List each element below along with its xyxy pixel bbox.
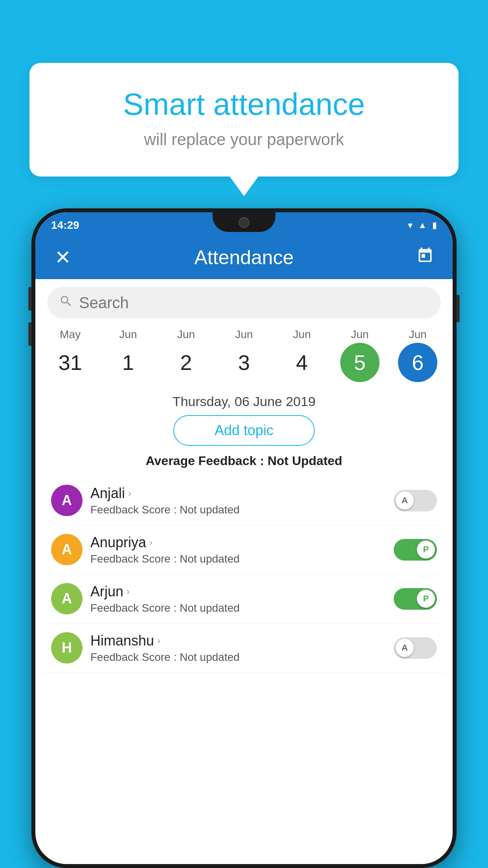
- student-info-arjun: Arjun › Feedback Score : Not updated: [83, 583, 394, 614]
- student-item-himanshu[interactable]: H Himanshu › Feedback Score : Not update…: [43, 623, 445, 673]
- cal-date-5[interactable]: 5: [340, 343, 380, 382]
- toggle-arjun[interactable]: P: [394, 588, 437, 610]
- toggle-knob-anjali: A: [396, 491, 414, 509]
- avg-feedback-value: Not Updated: [268, 454, 342, 468]
- cal-date-2[interactable]: 2: [167, 343, 206, 382]
- status-time: 14:29: [51, 219, 79, 232]
- battery-icon: ▮: [432, 220, 437, 230]
- student-feedback-anjali: Feedback Score : Not updated: [90, 504, 386, 516]
- toggle-knob-himanshu: A: [396, 639, 414, 657]
- cal-date-6[interactable]: 6: [398, 343, 437, 382]
- student-item-arjun[interactable]: A Arjun › Feedback Score : Not updated P: [43, 574, 445, 623]
- toggle-anjali[interactable]: A: [394, 490, 437, 511]
- student-info-anupriya: Anupriya › Feedback Score : Not updated: [83, 534, 394, 565]
- student-info-himanshu: Himanshu › Feedback Score : Not updated: [83, 633, 394, 664]
- cal-date-3[interactable]: 3: [224, 343, 264, 382]
- cal-date-1[interactable]: 1: [108, 343, 148, 382]
- app-title: Attendance: [75, 246, 413, 269]
- student-name-anjali: Anjali ›: [90, 485, 386, 502]
- bubble-subtitle: will replace your paperwork: [49, 130, 439, 149]
- add-topic-button[interactable]: Add topic: [173, 415, 315, 446]
- app-bar: ✕ Attendance: [35, 236, 453, 279]
- cal-month-0: May: [47, 328, 94, 341]
- cal-date-31[interactable]: 31: [51, 343, 90, 382]
- power-button: [457, 295, 460, 322]
- toggle-anupriya[interactable]: P: [394, 539, 437, 561]
- student-name-himanshu: Himanshu ›: [90, 633, 386, 649]
- toggle-switch-himanshu[interactable]: A: [394, 637, 437, 659]
- avg-feedback-label: Average Feedback :: [146, 454, 268, 468]
- chevron-icon: ›: [128, 488, 131, 499]
- student-feedback-arjun: Feedback Score : Not updated: [90, 602, 386, 614]
- chevron-icon: ›: [127, 586, 130, 597]
- student-list: A Anjali › Feedback Score : Not updated …: [35, 476, 453, 673]
- signal-icon: ▲: [418, 220, 427, 230]
- cal-month-3: Jun: [220, 328, 268, 341]
- background: Smart attendance will replace your paper…: [0, 0, 488, 868]
- toggle-switch-anjali[interactable]: A: [394, 490, 437, 511]
- cal-date-4[interactable]: 4: [282, 343, 321, 382]
- avg-feedback: Average Feedback : Not Updated: [35, 454, 453, 468]
- student-item-anjali[interactable]: A Anjali › Feedback Score : Not updated …: [43, 476, 445, 525]
- close-button[interactable]: ✕: [51, 246, 75, 269]
- student-info-anjali: Anjali › Feedback Score : Not updated: [83, 485, 394, 516]
- student-feedback-himanshu: Feedback Score : Not updated: [90, 651, 386, 664]
- search-icon: [59, 294, 73, 312]
- calendar-months: May Jun Jun Jun Jun Jun Jun: [35, 326, 453, 341]
- speech-bubble: Smart attendance will replace your paper…: [29, 63, 459, 177]
- phone-screen: 14:29 ▾ ▲ ▮ ✕ Attendance: [35, 212, 453, 864]
- toggle-knob-anupriya: P: [417, 541, 435, 559]
- cal-month-4: Jun: [278, 328, 325, 341]
- toggle-himanshu[interactable]: A: [394, 637, 437, 659]
- avatar-arjun: A: [51, 583, 83, 614]
- search-input[interactable]: [79, 294, 429, 312]
- toggle-switch-anupriya[interactable]: P: [394, 539, 437, 561]
- student-name-anupriya: Anupriya ›: [90, 534, 386, 551]
- selected-date-label: Thursday, 06 June 2019: [35, 394, 453, 409]
- student-name-arjun: Arjun ›: [90, 583, 386, 600]
- calendar-dates: 31 1 2 3 4 5 6: [35, 341, 453, 386]
- cal-month-6: Jun: [394, 328, 441, 341]
- search-bar[interactable]: [47, 287, 441, 318]
- volume-down-button: [28, 322, 31, 346]
- phone-frame: 14:29 ▾ ▲ ▮ ✕ Attendance: [31, 208, 457, 868]
- avatar-himanshu: H: [51, 632, 83, 664]
- toggle-switch-arjun[interactable]: P: [394, 588, 437, 610]
- wifi-icon: ▾: [408, 220, 413, 231]
- student-feedback-anupriya: Feedback Score : Not updated: [90, 553, 386, 565]
- chevron-icon: ›: [149, 537, 152, 548]
- chevron-icon: ›: [157, 635, 160, 646]
- cal-month-1: Jun: [105, 328, 152, 341]
- avatar-anupriya: A: [51, 534, 83, 565]
- status-icons: ▾ ▲ ▮: [408, 220, 437, 231]
- avatar-anjali: A: [51, 485, 83, 516]
- volume-up-button: [28, 287, 31, 311]
- notch: [213, 212, 275, 232]
- cal-month-2: Jun: [163, 328, 210, 341]
- bubble-title: Smart attendance: [49, 86, 439, 122]
- cal-month-5: Jun: [336, 328, 383, 341]
- calendar-icon[interactable]: [413, 247, 437, 268]
- toggle-knob-arjun: P: [417, 590, 435, 608]
- student-item-anupriya[interactable]: A Anupriya › Feedback Score : Not update…: [43, 525, 445, 574]
- camera: [238, 217, 250, 228]
